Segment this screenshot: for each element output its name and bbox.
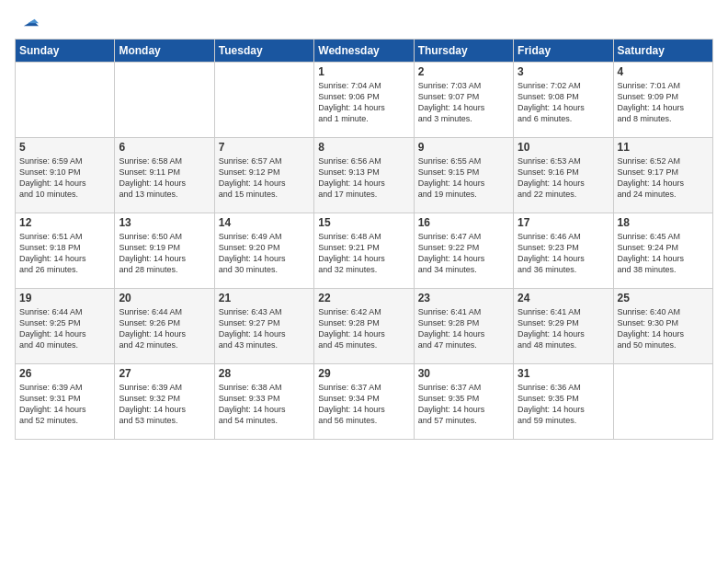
header — [15, 11, 713, 31]
calendar-cell: 9Sunrise: 6:55 AM Sunset: 9:15 PM Daylig… — [414, 138, 513, 213]
day-number: 6 — [119, 141, 210, 154]
logo — [15, 11, 40, 31]
day-content: Sunrise: 6:44 AM Sunset: 9:26 PM Dayligh… — [119, 306, 210, 351]
calendar-cell: 8Sunrise: 6:56 AM Sunset: 9:13 PM Daylig… — [314, 138, 414, 213]
calendar-cell: 14Sunrise: 6:49 AM Sunset: 9:20 PM Dayli… — [214, 213, 313, 289]
day-content: Sunrise: 6:58 AM Sunset: 9:11 PM Dayligh… — [119, 155, 210, 201]
day-number: 24 — [518, 292, 609, 304]
calendar-cell: 23Sunrise: 6:41 AM Sunset: 9:28 PM Dayli… — [414, 289, 513, 364]
calendar-cell: 16Sunrise: 6:47 AM Sunset: 9:22 PM Dayli… — [414, 213, 513, 289]
calendar-cell: 18Sunrise: 6:45 AM Sunset: 9:24 PM Dayli… — [613, 213, 712, 289]
day-content: Sunrise: 6:45 AM Sunset: 9:24 PM Dayligh… — [618, 231, 709, 276]
day-content: Sunrise: 6:42 AM Sunset: 9:28 PM Dayligh… — [318, 306, 409, 351]
calendar-cell: 19Sunrise: 6:44 AM Sunset: 9:25 PM Dayli… — [16, 289, 115, 364]
calendar-week-row: 19Sunrise: 6:44 AM Sunset: 9:25 PM Dayli… — [16, 289, 713, 364]
calendar-cell: 11Sunrise: 6:52 AM Sunset: 9:17 PM Dayli… — [613, 138, 712, 213]
day-number: 12 — [19, 216, 110, 229]
calendar-cell — [16, 63, 115, 138]
day-number: 28 — [219, 367, 310, 380]
calendar-cell: 26Sunrise: 6:39 AM Sunset: 9:31 PM Dayli… — [16, 364, 115, 440]
calendar-cell: 29Sunrise: 6:37 AM Sunset: 9:34 PM Dayli… — [314, 364, 414, 440]
day-content: Sunrise: 6:40 AM Sunset: 9:30 PM Dayligh… — [618, 306, 709, 351]
calendar-week-row: 12Sunrise: 6:51 AM Sunset: 9:18 PM Dayli… — [16, 213, 713, 289]
day-content: Sunrise: 6:50 AM Sunset: 9:19 PM Dayligh… — [119, 231, 210, 276]
day-number: 4 — [618, 65, 709, 78]
day-number: 26 — [19, 367, 110, 380]
calendar-cell: 10Sunrise: 6:53 AM Sunset: 9:16 PM Dayli… — [514, 138, 613, 213]
day-number: 17 — [518, 216, 609, 229]
calendar-cell: 5Sunrise: 6:59 AM Sunset: 9:10 PM Daylig… — [16, 138, 115, 213]
calendar-week-row: 5Sunrise: 6:59 AM Sunset: 9:10 PM Daylig… — [16, 138, 713, 213]
calendar-cell: 27Sunrise: 6:39 AM Sunset: 9:32 PM Dayli… — [115, 364, 214, 440]
day-content: Sunrise: 6:41 AM Sunset: 9:29 PM Dayligh… — [518, 306, 609, 351]
logo-icon — [18, 11, 39, 31]
day-content: Sunrise: 6:36 AM Sunset: 9:35 PM Dayligh… — [518, 382, 609, 427]
calendar-day-header: Friday — [514, 40, 613, 63]
day-content: Sunrise: 6:44 AM Sunset: 9:25 PM Dayligh… — [19, 306, 110, 351]
day-content: Sunrise: 6:55 AM Sunset: 9:15 PM Dayligh… — [418, 155, 509, 201]
calendar-cell: 30Sunrise: 6:37 AM Sunset: 9:35 PM Dayli… — [414, 364, 513, 440]
calendar-cell: 21Sunrise: 6:43 AM Sunset: 9:27 PM Dayli… — [214, 289, 313, 364]
day-number: 10 — [518, 141, 609, 154]
calendar-cell: 4Sunrise: 7:01 AM Sunset: 9:09 PM Daylig… — [613, 63, 712, 138]
calendar-cell: 1Sunrise: 7:04 AM Sunset: 9:06 PM Daylig… — [314, 63, 414, 138]
day-content: Sunrise: 6:52 AM Sunset: 9:17 PM Dayligh… — [618, 155, 709, 201]
day-number: 7 — [219, 141, 310, 154]
day-number: 23 — [418, 292, 509, 304]
day-content: Sunrise: 6:56 AM Sunset: 9:13 PM Dayligh… — [318, 155, 409, 201]
page: SundayMondayTuesdayWednesdayThursdayFrid… — [0, 0, 728, 451]
calendar-day-header: Thursday — [414, 40, 513, 63]
calendar-cell: 24Sunrise: 6:41 AM Sunset: 9:29 PM Dayli… — [514, 289, 613, 364]
day-content: Sunrise: 6:39 AM Sunset: 9:32 PM Dayligh… — [119, 382, 210, 427]
calendar-cell: 15Sunrise: 6:48 AM Sunset: 9:21 PM Dayli… — [314, 213, 414, 289]
day-content: Sunrise: 6:51 AM Sunset: 9:18 PM Dayligh… — [19, 231, 110, 276]
calendar-header-row: SundayMondayTuesdayWednesdayThursdayFrid… — [16, 40, 713, 63]
calendar-cell — [613, 364, 712, 440]
calendar-cell — [115, 63, 214, 138]
day-content: Sunrise: 6:37 AM Sunset: 9:35 PM Dayligh… — [418, 382, 509, 427]
calendar-cell: 25Sunrise: 6:40 AM Sunset: 9:30 PM Dayli… — [613, 289, 712, 364]
day-content: Sunrise: 6:46 AM Sunset: 9:23 PM Dayligh… — [518, 231, 609, 276]
calendar-cell: 6Sunrise: 6:58 AM Sunset: 9:11 PM Daylig… — [115, 138, 214, 213]
calendar-day-header: Sunday — [16, 40, 115, 63]
calendar-cell: 7Sunrise: 6:57 AM Sunset: 9:12 PM Daylig… — [214, 138, 313, 213]
calendar-day-header: Monday — [115, 40, 214, 63]
day-content: Sunrise: 7:01 AM Sunset: 9:09 PM Dayligh… — [618, 80, 709, 125]
calendar-day-header: Wednesday — [314, 40, 414, 63]
day-number: 18 — [618, 216, 709, 229]
calendar-cell: 17Sunrise: 6:46 AM Sunset: 9:23 PM Dayli… — [514, 213, 613, 289]
day-content: Sunrise: 6:49 AM Sunset: 9:20 PM Dayligh… — [219, 231, 310, 276]
calendar-cell: 12Sunrise: 6:51 AM Sunset: 9:18 PM Dayli… — [16, 213, 115, 289]
day-content: Sunrise: 6:37 AM Sunset: 9:34 PM Dayligh… — [318, 382, 409, 427]
calendar-cell: 22Sunrise: 6:42 AM Sunset: 9:28 PM Dayli… — [314, 289, 414, 364]
day-content: Sunrise: 7:02 AM Sunset: 9:08 PM Dayligh… — [518, 80, 609, 125]
day-content: Sunrise: 6:47 AM Sunset: 9:22 PM Dayligh… — [418, 231, 509, 276]
day-content: Sunrise: 6:57 AM Sunset: 9:12 PM Dayligh… — [219, 155, 310, 201]
day-number: 2 — [418, 65, 509, 78]
day-number: 14 — [219, 216, 310, 229]
day-number: 13 — [119, 216, 210, 229]
calendar-cell: 28Sunrise: 6:38 AM Sunset: 9:33 PM Dayli… — [214, 364, 313, 440]
day-number: 21 — [219, 292, 310, 304]
svg-marker-1 — [28, 19, 39, 23]
calendar-week-row: 26Sunrise: 6:39 AM Sunset: 9:31 PM Dayli… — [16, 364, 713, 440]
day-content: Sunrise: 6:39 AM Sunset: 9:31 PM Dayligh… — [19, 382, 110, 427]
calendar-cell: 2Sunrise: 7:03 AM Sunset: 9:07 PM Daylig… — [414, 63, 513, 138]
day-content: Sunrise: 6:48 AM Sunset: 9:21 PM Dayligh… — [318, 231, 409, 276]
calendar-day-header: Tuesday — [214, 40, 313, 63]
day-number: 1 — [318, 65, 409, 78]
day-content: Sunrise: 6:38 AM Sunset: 9:33 PM Dayligh… — [219, 382, 310, 427]
day-number: 29 — [318, 367, 409, 380]
calendar-cell: 31Sunrise: 6:36 AM Sunset: 9:35 PM Dayli… — [514, 364, 613, 440]
day-number: 3 — [518, 65, 609, 78]
day-number: 11 — [618, 141, 709, 154]
day-number: 22 — [318, 292, 409, 304]
day-content: Sunrise: 6:41 AM Sunset: 9:28 PM Dayligh… — [418, 306, 509, 351]
day-content: Sunrise: 6:43 AM Sunset: 9:27 PM Dayligh… — [219, 306, 310, 351]
day-number: 16 — [418, 216, 509, 229]
day-number: 15 — [318, 216, 409, 229]
day-number: 27 — [119, 367, 210, 380]
calendar-cell: 20Sunrise: 6:44 AM Sunset: 9:26 PM Dayli… — [115, 289, 214, 364]
calendar-week-row: 1Sunrise: 7:04 AM Sunset: 9:06 PM Daylig… — [16, 63, 713, 138]
day-number: 30 — [418, 367, 509, 380]
